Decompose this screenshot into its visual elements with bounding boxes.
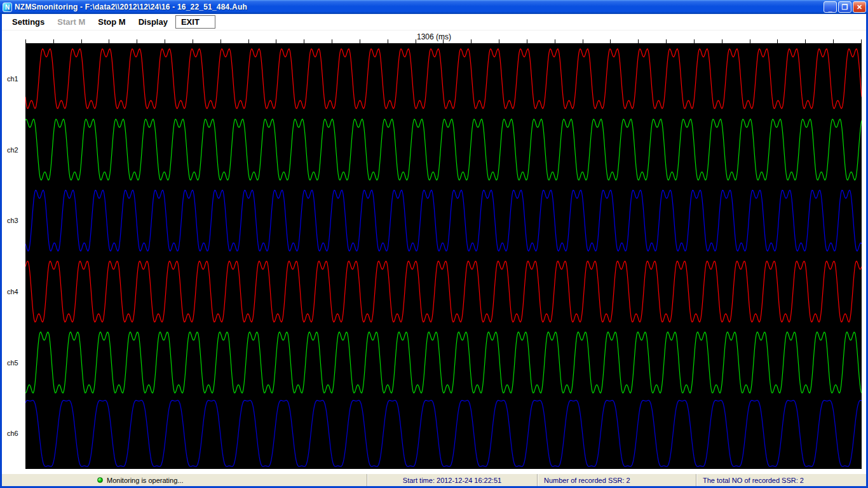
minimize-button[interactable]: _ bbox=[824, 1, 837, 13]
menu-bar: Settings Start M Stop M Display EXIT bbox=[2, 14, 866, 30]
waveform-ch5 bbox=[25, 332, 862, 393]
maximize-button[interactable]: ❐ bbox=[838, 1, 851, 13]
title-bar[interactable]: N NZMSmonitoring - F:\data2\\2012\12\24\… bbox=[0, 0, 868, 14]
app-window: N NZMSmonitoring - F:\data2\\2012\12\24\… bbox=[0, 0, 868, 488]
waveform-ch2 bbox=[25, 119, 862, 180]
waveform-ch4 bbox=[25, 261, 862, 322]
status-recorded-count: Number of recorded SSR: 2 bbox=[538, 474, 696, 486]
waveform-ch3 bbox=[25, 190, 862, 251]
menu-settings[interactable]: Settings bbox=[6, 15, 51, 29]
waveform-plot bbox=[25, 43, 862, 469]
close-icon: ✕ bbox=[857, 3, 862, 11]
menu-start-m: Start M bbox=[51, 15, 92, 29]
channel-label-ch2: ch2 bbox=[7, 146, 18, 154]
channel-label-ch6: ch6 bbox=[7, 429, 18, 438]
status-monitoring: Monitoring is operating... bbox=[2, 474, 367, 486]
window-title: NZMSmonitoring - F:\data2\\2012\12\24\16… bbox=[15, 3, 824, 11]
status-total-count: The total NO of recorded SSR: 2 bbox=[696, 474, 866, 486]
status-bar: Monitoring is operating... Start time: 2… bbox=[2, 473, 866, 486]
menu-exit[interactable]: EXIT bbox=[175, 15, 215, 29]
menu-display[interactable]: Display bbox=[132, 15, 174, 29]
monitoring-status-text: Monitoring is operating... bbox=[107, 477, 183, 484]
time-ruler: 1306 (ms) bbox=[2, 30, 866, 43]
channel-label-ch3: ch3 bbox=[7, 216, 18, 225]
waveform-svg bbox=[25, 43, 862, 469]
waveform-ch1 bbox=[25, 49, 862, 109]
waveform-ch6 bbox=[25, 400, 862, 466]
channel-gutter: ch1ch2ch3ch4ch5ch6 bbox=[2, 43, 25, 469]
channel-label-ch5: ch5 bbox=[7, 358, 18, 367]
close-button[interactable]: ✕ bbox=[853, 1, 866, 13]
ruler-ticks bbox=[25, 30, 862, 43]
maximize-icon: ❐ bbox=[842, 3, 848, 11]
channel-label-ch4: ch4 bbox=[7, 287, 18, 296]
status-start-time: Start time: 2012-12-24 16:22:51 bbox=[367, 474, 538, 486]
channel-label-ch1: ch1 bbox=[7, 74, 18, 83]
menu-stop-m[interactable]: Stop M bbox=[92, 15, 132, 29]
minimize-icon: _ bbox=[828, 4, 832, 12]
app-icon: N bbox=[3, 3, 12, 12]
monitoring-status-icon bbox=[97, 477, 103, 483]
